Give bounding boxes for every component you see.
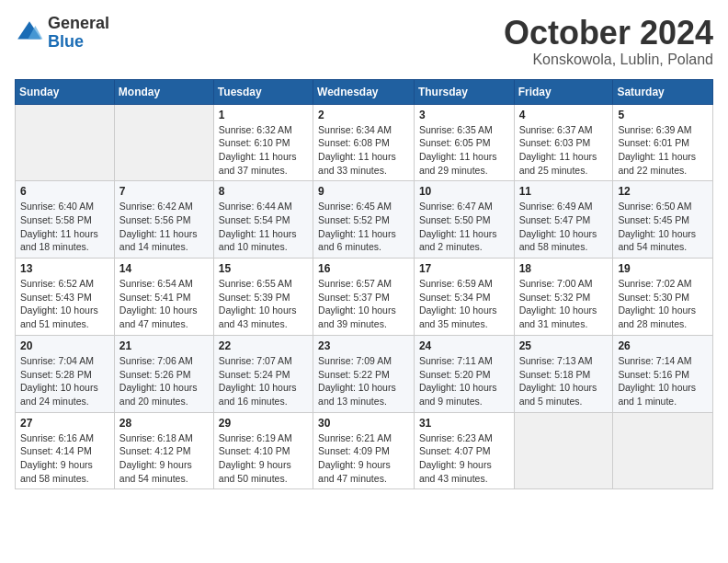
day-detail: Sunrise: 6:42 AM Sunset: 5:56 PM Dayligh… (119, 200, 209, 254)
calendar-day-cell: 21Sunrise: 7:06 AM Sunset: 5:26 PM Dayli… (114, 335, 213, 412)
day-detail: Sunrise: 6:55 AM Sunset: 5:39 PM Dayligh… (219, 277, 308, 331)
calendar-day-cell: 24Sunrise: 7:11 AM Sunset: 5:20 PM Dayli… (414, 335, 514, 412)
calendar-day-cell: 5Sunrise: 6:39 AM Sunset: 6:01 PM Daylig… (613, 104, 713, 181)
day-number: 17 (419, 262, 509, 275)
day-number: 20 (20, 339, 109, 352)
calendar-day-cell: 16Sunrise: 6:57 AM Sunset: 5:37 PM Dayli… (313, 259, 415, 336)
calendar-week-row: 27Sunrise: 6:16 AM Sunset: 4:14 PM Dayli… (16, 412, 713, 489)
location: Konskowola, Lublin, Poland (504, 52, 713, 68)
calendar-day-cell: 15Sunrise: 6:55 AM Sunset: 5:39 PM Dayli… (213, 259, 313, 336)
calendar-day-cell: 10Sunrise: 6:47 AM Sunset: 5:50 PM Dayli… (414, 181, 514, 259)
calendar-day-cell: 23Sunrise: 7:09 AM Sunset: 5:22 PM Dayli… (313, 335, 415, 412)
day-number: 6 (20, 185, 109, 198)
calendar-day-cell (613, 412, 713, 489)
calendar-day-cell: 6Sunrise: 6:40 AM Sunset: 5:58 PM Daylig… (16, 181, 115, 259)
day-number: 5 (618, 109, 708, 121)
calendar-day-cell: 25Sunrise: 7:13 AM Sunset: 5:18 PM Dayli… (514, 335, 613, 412)
calendar-day-cell: 26Sunrise: 7:14 AM Sunset: 5:16 PM Dayli… (613, 335, 713, 412)
calendar-day-cell: 13Sunrise: 6:52 AM Sunset: 5:43 PM Dayli… (16, 259, 115, 336)
weekday-header: Friday (514, 79, 613, 104)
calendar-day-cell: 17Sunrise: 6:59 AM Sunset: 5:34 PM Dayli… (414, 259, 514, 336)
day-number: 31 (419, 417, 509, 430)
calendar-week-row: 1Sunrise: 6:32 AM Sunset: 6:10 PM Daylig… (16, 104, 713, 181)
calendar-day-cell: 27Sunrise: 6:16 AM Sunset: 4:14 PM Dayli… (16, 412, 115, 489)
logo: General Blue (15, 15, 109, 52)
day-number: 24 (419, 339, 509, 352)
day-detail: Sunrise: 6:16 AM Sunset: 4:14 PM Dayligh… (20, 431, 109, 486)
calendar-day-cell: 31Sunrise: 6:23 AM Sunset: 4:07 PM Dayli… (414, 412, 514, 489)
weekday-header-row: SundayMondayTuesdayWednesdayThursdayFrid… (16, 79, 713, 104)
day-number: 15 (219, 262, 308, 275)
calendar-day-cell: 28Sunrise: 6:18 AM Sunset: 4:12 PM Dayli… (114, 412, 213, 489)
day-detail: Sunrise: 6:35 AM Sunset: 6:05 PM Dayligh… (419, 123, 509, 178)
weekday-header: Sunday (16, 79, 115, 104)
day-detail: Sunrise: 7:00 AM Sunset: 5:32 PM Dayligh… (519, 277, 609, 331)
calendar-day-cell: 14Sunrise: 6:54 AM Sunset: 5:41 PM Dayli… (114, 259, 213, 336)
day-number: 21 (119, 339, 209, 352)
weekday-header: Thursday (414, 79, 514, 104)
day-number: 14 (119, 262, 209, 275)
calendar-day-cell: 12Sunrise: 6:50 AM Sunset: 5:45 PM Dayli… (613, 181, 713, 259)
calendar-day-cell: 18Sunrise: 7:00 AM Sunset: 5:32 PM Dayli… (514, 259, 613, 336)
day-detail: Sunrise: 6:59 AM Sunset: 5:34 PM Dayligh… (419, 277, 509, 331)
day-detail: Sunrise: 6:37 AM Sunset: 6:03 PM Dayligh… (519, 123, 609, 178)
day-number: 10 (419, 185, 509, 198)
calendar-day-cell: 7Sunrise: 6:42 AM Sunset: 5:56 PM Daylig… (114, 181, 213, 259)
calendar-day-cell (514, 412, 613, 489)
day-detail: Sunrise: 6:45 AM Sunset: 5:52 PM Dayligh… (318, 200, 409, 254)
calendar-day-cell: 22Sunrise: 7:07 AM Sunset: 5:24 PM Dayli… (213, 335, 313, 412)
day-detail: Sunrise: 7:02 AM Sunset: 5:30 PM Dayligh… (618, 277, 708, 331)
calendar-day-cell: 29Sunrise: 6:19 AM Sunset: 4:10 PM Dayli… (213, 412, 313, 489)
day-detail: Sunrise: 6:40 AM Sunset: 5:58 PM Dayligh… (20, 200, 109, 254)
calendar-day-cell: 9Sunrise: 6:45 AM Sunset: 5:52 PM Daylig… (313, 181, 415, 259)
day-number: 11 (519, 185, 609, 198)
logo-blue: Blue (48, 32, 84, 51)
day-number: 4 (519, 109, 609, 121)
day-detail: Sunrise: 6:39 AM Sunset: 6:01 PM Dayligh… (618, 123, 708, 178)
calendar-day-cell: 30Sunrise: 6:21 AM Sunset: 4:09 PM Dayli… (313, 412, 415, 489)
day-number: 9 (318, 185, 409, 198)
day-number: 16 (318, 262, 409, 275)
day-detail: Sunrise: 6:34 AM Sunset: 6:08 PM Dayligh… (318, 123, 409, 178)
day-number: 7 (119, 185, 209, 198)
day-number: 26 (618, 339, 708, 352)
calendar-day-cell: 4Sunrise: 6:37 AM Sunset: 6:03 PM Daylig… (514, 104, 613, 181)
calendar-day-cell: 20Sunrise: 7:04 AM Sunset: 5:28 PM Dayli… (16, 335, 115, 412)
day-detail: Sunrise: 6:57 AM Sunset: 5:37 PM Dayligh… (318, 277, 409, 331)
calendar-week-row: 13Sunrise: 6:52 AM Sunset: 5:43 PM Dayli… (16, 259, 713, 336)
calendar-day-cell: 19Sunrise: 7:02 AM Sunset: 5:30 PM Dayli… (613, 259, 713, 336)
day-detail: Sunrise: 7:13 AM Sunset: 5:18 PM Dayligh… (519, 354, 609, 408)
calendar-day-cell: 11Sunrise: 6:49 AM Sunset: 5:47 PM Dayli… (514, 181, 613, 259)
day-number: 18 (519, 262, 609, 275)
day-number: 28 (119, 417, 209, 430)
page-header: General Blue October 2024 Konskowola, Lu… (15, 15, 713, 68)
day-number: 19 (618, 262, 708, 275)
day-number: 23 (318, 339, 409, 352)
weekday-header: Wednesday (313, 79, 415, 104)
day-detail: Sunrise: 6:50 AM Sunset: 5:45 PM Dayligh… (618, 200, 708, 254)
day-number: 1 (219, 109, 308, 121)
day-detail: Sunrise: 6:32 AM Sunset: 6:10 PM Dayligh… (219, 123, 308, 178)
day-number: 29 (219, 417, 308, 430)
calendar-day-cell: 1Sunrise: 6:32 AM Sunset: 6:10 PM Daylig… (213, 104, 313, 181)
day-detail: Sunrise: 6:44 AM Sunset: 5:54 PM Dayligh… (219, 200, 308, 254)
calendar-day-cell: 3Sunrise: 6:35 AM Sunset: 6:05 PM Daylig… (414, 104, 514, 181)
day-detail: Sunrise: 6:49 AM Sunset: 5:47 PM Dayligh… (519, 200, 609, 254)
day-detail: Sunrise: 7:11 AM Sunset: 5:20 PM Dayligh… (419, 354, 509, 408)
calendar-day-cell: 2Sunrise: 6:34 AM Sunset: 6:08 PM Daylig… (313, 104, 415, 181)
day-number: 22 (219, 339, 308, 352)
calendar-week-row: 20Sunrise: 7:04 AM Sunset: 5:28 PM Dayli… (16, 335, 713, 412)
day-number: 13 (20, 262, 109, 275)
day-detail: Sunrise: 6:18 AM Sunset: 4:12 PM Dayligh… (119, 431, 209, 486)
calendar-table: SundayMondayTuesdayWednesdayThursdayFrid… (15, 79, 713, 490)
calendar-day-cell (114, 104, 213, 181)
day-detail: Sunrise: 6:23 AM Sunset: 4:07 PM Dayligh… (419, 431, 509, 486)
day-detail: Sunrise: 6:52 AM Sunset: 5:43 PM Dayligh… (20, 277, 109, 331)
title-block: October 2024 Konskowola, Lublin, Poland (504, 15, 713, 68)
day-detail: Sunrise: 7:14 AM Sunset: 5:16 PM Dayligh… (618, 354, 708, 408)
day-number: 3 (419, 109, 509, 121)
day-detail: Sunrise: 6:19 AM Sunset: 4:10 PM Dayligh… (219, 431, 308, 486)
day-number: 30 (318, 417, 409, 430)
logo-general: General (48, 14, 109, 32)
day-detail: Sunrise: 6:54 AM Sunset: 5:41 PM Dayligh… (119, 277, 209, 331)
